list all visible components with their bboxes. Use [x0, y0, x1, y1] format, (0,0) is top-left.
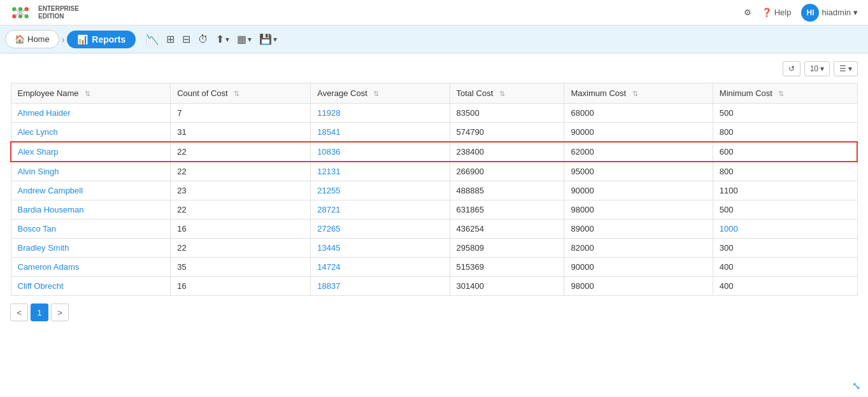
table-cell[interactable]: 18541: [311, 123, 450, 143]
sort-icon-count-of-cost[interactable]: ⇅: [234, 90, 239, 98]
breadcrumb-separator: ›: [62, 34, 65, 45]
home-nav-button[interactable]: 🏠 Home: [5, 30, 59, 48]
table-cell: 600: [713, 142, 857, 162]
table-cell[interactable]: Ahmed Haider: [11, 104, 171, 123]
sort-icon-total-cost[interactable]: ⇅: [499, 90, 505, 98]
columns-chevron-icon: ▾: [848, 64, 852, 73]
next-page-button[interactable]: >: [51, 303, 69, 321]
data-table: Employee Name ⇅ Count of Cost ⇅ Average …: [10, 83, 858, 296]
table-cell[interactable]: 13445: [311, 239, 450, 258]
per-page-button[interactable]: 10 ▾: [804, 61, 830, 76]
columns-toggle-button[interactable]: ☰ ▾: [834, 61, 858, 76]
table-cell: 22: [171, 239, 311, 258]
table-row[interactable]: Cliff Obrecht161883730140098000400: [11, 277, 857, 296]
table-cell[interactable]: Alex Sharp: [11, 142, 171, 162]
table-cell: 90000: [564, 258, 713, 277]
table-cell: 22: [171, 142, 311, 162]
table-cell[interactable]: 10836: [311, 142, 450, 162]
settings-icon[interactable]: ⚙: [744, 8, 751, 17]
columns-tool-button[interactable]: ▦▾: [237, 33, 252, 45]
table-tool-icon[interactable]: ⊞: [166, 33, 174, 45]
table-cell: 23: [171, 181, 311, 200]
table-cell: 238400: [450, 142, 564, 162]
table-row[interactable]: Alvin Singh221213126690095000800: [11, 162, 857, 181]
avatar: HI: [801, 4, 819, 22]
table-row[interactable]: Bardia Houseman222872163186598000500: [11, 200, 857, 219]
col-maximum-cost[interactable]: Maximum Cost ⇅: [564, 83, 713, 104]
table-cell[interactable]: 27265: [311, 219, 450, 239]
sort-icon-minimum-cost[interactable]: ⇅: [778, 90, 784, 98]
table-row[interactable]: Alex Sharp221083623840062000600: [11, 142, 857, 162]
reports-nav-button[interactable]: 📊 Reports: [67, 31, 136, 48]
table-cell[interactable]: Cliff Obrecht: [11, 277, 171, 296]
table-cell[interactable]: 28721: [311, 200, 450, 219]
table-cell[interactable]: Alvin Singh: [11, 162, 171, 181]
top-bar-left: ENTERPRISE EDITION: [10, 3, 79, 22]
columns-icon: ☰: [839, 64, 846, 73]
col-count-of-cost[interactable]: Count of Cost ⇅: [171, 83, 311, 104]
col-total-cost[interactable]: Total Cost ⇅: [450, 83, 564, 104]
sort-icon-employee-name[interactable]: ⇅: [85, 90, 90, 98]
user-menu-button[interactable]: HI hiadmin ▾: [801, 4, 858, 22]
table-row[interactable]: Alec Lynch311854157479090000800: [11, 123, 857, 143]
table-cell: 83500: [450, 104, 564, 123]
top-bar-right: ⚙ ❓ Help HI hiadmin ▾: [744, 4, 858, 22]
clock-tool-icon[interactable]: ⏱: [198, 34, 208, 45]
filter-tool-icon[interactable]: ⊟: [182, 33, 190, 45]
sort-icon-average-cost[interactable]: ⇅: [373, 90, 379, 98]
table-cell[interactable]: 14724: [311, 258, 450, 277]
table-cell: 62000: [564, 142, 713, 162]
help-circle-icon: ❓: [762, 8, 772, 17]
table-cell[interactable]: Bosco Tan: [11, 219, 171, 239]
pagination: < 1 >: [10, 303, 858, 321]
sort-icon-maximum-cost[interactable]: ⇅: [632, 90, 638, 98]
table-cell: 300: [713, 239, 857, 258]
table-controls: ↺ 10 ▾ ☰ ▾: [10, 61, 858, 76]
col-minimum-cost[interactable]: Minimum Cost ⇅: [713, 83, 857, 104]
per-page-label: 10: [810, 64, 818, 73]
table-cell: 800: [713, 123, 857, 143]
logo: ENTERPRISE EDITION: [10, 3, 79, 22]
table-cell: 31: [171, 123, 311, 143]
table-cell: 301400: [450, 277, 564, 296]
table-cell[interactable]: Bardia Houseman: [11, 200, 171, 219]
table-cell: 515369: [450, 258, 564, 277]
save-tool-button[interactable]: 💾▾: [259, 33, 277, 45]
table-cell: 22: [171, 162, 311, 181]
refresh-button[interactable]: ↺: [783, 61, 800, 76]
col-average-cost[interactable]: Average Cost ⇅: [311, 83, 450, 104]
prev-page-button[interactable]: <: [10, 303, 28, 321]
table-row[interactable]: Ahmed Haider7119288350068000500: [11, 104, 857, 123]
table-cell: 68000: [564, 104, 713, 123]
table-row[interactable]: Bradley Smith221344529580982000300: [11, 239, 857, 258]
table-cell: 16: [171, 277, 311, 296]
toolbar: 📉 ⊞ ⊟ ⏱ ⬆▾ ▦▾ 💾▾: [146, 33, 277, 45]
table-cell[interactable]: Andrew Campbell: [11, 181, 171, 200]
chevron-down-icon: ▾: [853, 8, 858, 17]
table-cell[interactable]: Bradley Smith: [11, 239, 171, 258]
table-row[interactable]: Bosco Tan1627265436254890001000: [11, 219, 857, 239]
table-cell: 16: [171, 219, 311, 239]
table-cell[interactable]: 1000: [713, 219, 857, 239]
table-cell: 574790: [450, 123, 564, 143]
table-cell[interactable]: 21255: [311, 181, 450, 200]
table-row[interactable]: Andrew Campbell2321255488885900001100: [11, 181, 857, 200]
col-employee-name[interactable]: Employee Name ⇅: [11, 83, 171, 104]
line-chart-tool-icon[interactable]: 📉: [146, 33, 159, 45]
table-cell[interactable]: 11928: [311, 104, 450, 123]
table-cell[interactable]: Alec Lynch: [11, 123, 171, 143]
table-cell[interactable]: 18837: [311, 277, 450, 296]
nav-bar: 🏠 Home › 📊 Reports 📉 ⊞ ⊟ ⏱ ⬆▾ ▦▾ 💾▾: [0, 25, 868, 53]
table-cell: 90000: [564, 123, 713, 143]
table-cell: 400: [713, 258, 857, 277]
table-cell[interactable]: Cameron Adams: [11, 258, 171, 277]
table-cell[interactable]: 12131: [311, 162, 450, 181]
help-button[interactable]: ❓ Help: [762, 8, 792, 17]
username-label: hiadmin: [822, 8, 851, 17]
page-1-button[interactable]: 1: [31, 303, 48, 321]
export-tool-button[interactable]: ⬆▾: [216, 33, 229, 45]
table-cell: 89000: [564, 219, 713, 239]
home-label: Home: [27, 34, 50, 44]
table-cell: 500: [713, 104, 857, 123]
table-row[interactable]: Cameron Adams351472451536990000400: [11, 258, 857, 277]
